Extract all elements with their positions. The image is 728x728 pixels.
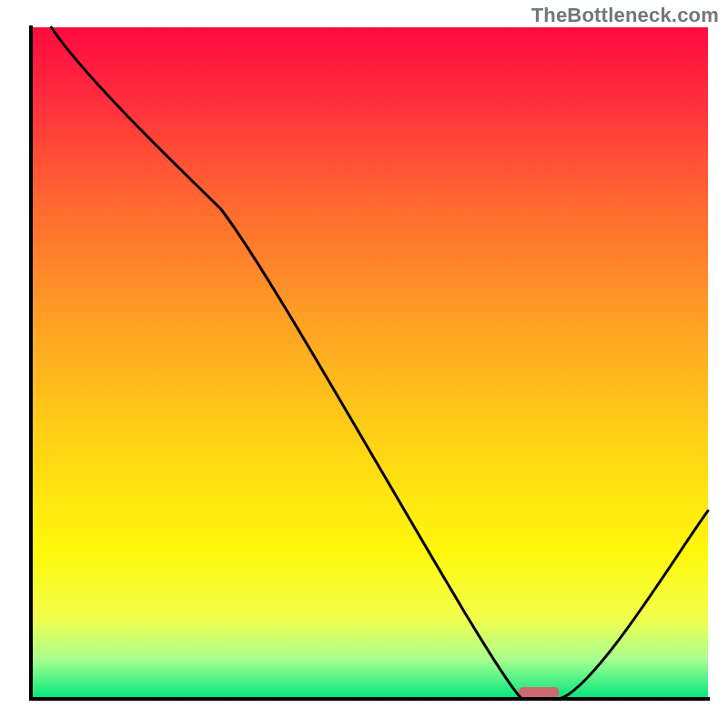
attribution-label: TheBottleneck.com <box>531 4 719 27</box>
optimal-marker <box>519 687 560 698</box>
chart-stage: TheBottleneck.com <box>0 0 728 728</box>
bottleneck-chart <box>0 0 728 728</box>
plot-background <box>31 27 708 699</box>
